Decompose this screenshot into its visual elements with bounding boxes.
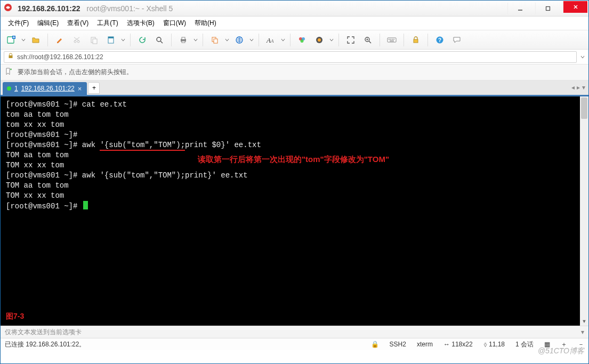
chevron-down-icon[interactable] (21, 38, 26, 42)
find-icon[interactable] (152, 33, 167, 47)
tab-close-icon[interactable]: × (78, 85, 82, 93)
annotation-text: 读取第一行后将第一次出现的"tom"字段修改为"TOM" (198, 154, 389, 164)
globe-icon[interactable] (232, 33, 247, 47)
plus-icon[interactable]: ＋ (561, 340, 567, 349)
status-sessions: 1 会话 (515, 340, 534, 349)
menu-view[interactable]: 查看(V) (64, 18, 92, 29)
svg-rect-16 (182, 37, 185, 39)
minimize-button[interactable] (507, 3, 532, 14)
menu-edit[interactable]: 编辑(E) (34, 18, 62, 29)
terminal-line: [root@vms001 ~]# (6, 201, 583, 212)
ssh-icon: 🔒 (371, 341, 379, 348)
svg-rect-34 (390, 39, 391, 40)
grid-icon[interactable]: ▦ (544, 341, 550, 348)
chevron-down-icon[interactable] (249, 38, 254, 42)
tab-index: 1 (14, 85, 18, 92)
terminal-line: tom aa tom tom (6, 110, 583, 120)
theme-icon[interactable] (312, 33, 327, 47)
menu-help[interactable]: 帮助(H) (191, 18, 220, 29)
tab-add-button[interactable]: + (88, 82, 100, 94)
figure-label: 图7-3 (6, 311, 24, 321)
maximize-button[interactable] (535, 3, 560, 14)
paste-icon[interactable] (86, 33, 101, 47)
svg-rect-36 (393, 39, 394, 40)
svg-rect-35 (392, 39, 393, 40)
svg-point-27 (318, 38, 321, 42)
address-input[interactable]: ssh://root@192.168.26.101:22 (4, 51, 577, 63)
window-title-main: 192.168.26.101:22 (18, 4, 80, 13)
close-button[interactable] (563, 1, 587, 13)
bookmark-add-icon[interactable] (5, 68, 12, 77)
chevron-down-icon[interactable] (280, 38, 286, 42)
font-icon[interactable]: AA (263, 33, 278, 47)
terminal-line: TOM aa tom tom (6, 181, 583, 191)
chevron-down-icon[interactable]: ▾ (581, 328, 584, 336)
annotation-underline (100, 150, 185, 151)
menu-window[interactable]: 窗口(W) (160, 18, 189, 29)
print-icon[interactable] (176, 33, 191, 47)
svg-rect-41 (9, 55, 13, 58)
lock-icon (7, 53, 14, 61)
edit-icon[interactable] (52, 33, 67, 47)
reconnect-icon[interactable] (135, 33, 150, 47)
chevron-down-icon[interactable] (120, 38, 126, 42)
svg-line-14 (160, 41, 163, 43)
caret-icon: ⎀ (483, 341, 487, 348)
svg-line-29 (369, 41, 371, 43)
properties-icon[interactable] (103, 33, 118, 47)
menu-tools[interactable]: 工具(T) (94, 18, 121, 29)
hint-text: 要添加当前会话，点击左侧的箭头按钮。 (18, 68, 133, 77)
menu-file[interactable]: 文件(F) (5, 18, 32, 29)
svg-rect-17 (182, 41, 185, 43)
svg-rect-2 (546, 6, 550, 10)
zoom-icon[interactable] (360, 33, 375, 47)
resize-icon: ↔ (443, 341, 450, 348)
send-bar[interactable]: 仅将文本发送到当前选项卡 ▾ (1, 326, 588, 338)
chevron-down-icon[interactable] (329, 38, 334, 42)
chevron-down-icon[interactable] (193, 38, 198, 42)
svg-rect-33 (389, 39, 390, 40)
status-protocol: SSH2 (390, 341, 406, 348)
open-icon[interactable] (28, 33, 43, 47)
send-bar-text: 仅将文本发送到当前选项卡 (5, 328, 82, 337)
status-pos: 11,18 (489, 341, 505, 348)
status-term: xterm (417, 341, 433, 348)
scroll-down-icon[interactable]: ▾ (580, 317, 588, 326)
terminal-line: [root@vms001 ~]# awk '{sub("tom","TOM");… (6, 171, 583, 181)
menu-bar: 文件(F) 编辑(E) 查看(V) 工具(T) 选项卡(B) 窗口(W) 帮助(… (1, 17, 588, 30)
svg-point-13 (157, 37, 161, 42)
session-tab[interactable]: 1 192.168.26.101:22 × (3, 82, 87, 95)
terminal-line: [root@vms001 ~]# awk '{sub("tom","TOM");… (6, 140, 583, 150)
lock-icon[interactable] (408, 33, 423, 47)
chat-icon[interactable] (449, 33, 464, 47)
minus-icon[interactable]: － (578, 340, 584, 349)
scissors-icon[interactable] (69, 33, 84, 47)
tab-label: 192.168.26.101:22 (21, 85, 75, 92)
tab-scroll-left-icon[interactable]: ◂ (571, 84, 575, 91)
terminal-line: tom xx xx tom (6, 120, 583, 130)
help-icon[interactable]: ? (432, 33, 447, 47)
copy-icon[interactable] (207, 33, 222, 47)
color-icon[interactable] (295, 33, 310, 47)
window-title-sub: root@vms001:~ - Xshell 5 (87, 4, 173, 13)
terminal-line: [root@vms001 ~]# cat ee.txt (6, 100, 583, 110)
svg-rect-12 (108, 37, 114, 38)
toolbar: AA ? (1, 30, 588, 50)
chevron-down-icon[interactable] (224, 38, 230, 42)
menu-tabs[interactable]: 选项卡(B) (124, 18, 158, 29)
chevron-down-icon[interactable]: ▾ (582, 84, 585, 91)
chevron-down-icon[interactable] (580, 55, 585, 59)
terminal-scrollbar[interactable]: ▴ ▾ (580, 96, 588, 326)
fullscreen-icon[interactable] (343, 33, 358, 47)
status-bar: 已连接 192.168.26.101:22。 🔒 SSH2 xterm ↔ 11… (1, 338, 588, 350)
terminal[interactable]: [root@vms001 ~]# cat ee.txt tom aa tom t… (1, 95, 588, 326)
scrollbar-thumb[interactable] (581, 98, 587, 119)
svg-rect-32 (388, 38, 396, 42)
keyboard-icon[interactable] (384, 33, 399, 47)
svg-rect-19 (214, 39, 217, 43)
title-bar: 192.168.26.101:22 root@vms001:~ - Xshell… (1, 1, 588, 17)
svg-text:A: A (266, 36, 271, 44)
svg-point-25 (301, 39, 304, 43)
new-session-icon[interactable] (4, 33, 19, 47)
tab-scroll-right-icon[interactable]: ▸ (577, 84, 580, 91)
